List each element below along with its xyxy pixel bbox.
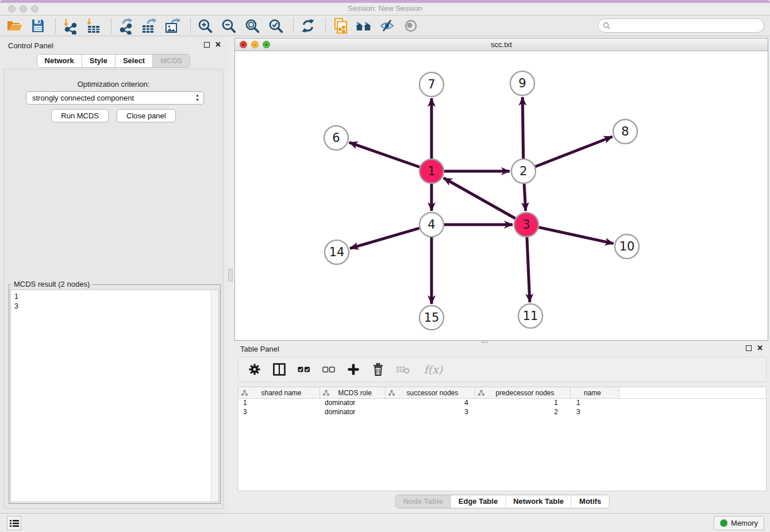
- mcds-result-title: MCDS result (2 nodes): [11, 280, 92, 288]
- graph-node-15[interactable]: 15: [419, 306, 444, 330]
- column-type-icon: [478, 390, 484, 396]
- table-panel: Table Panel ✕: [234, 343, 770, 513]
- cell-name[interactable]: 3: [571, 408, 619, 417]
- close-panel-button[interactable]: Close panel: [117, 109, 176, 122]
- network-graph[interactable]: 7968124314101511: [235, 51, 768, 340]
- cell-mcds-role[interactable]: dominator: [320, 408, 386, 417]
- select-all-columns-icon[interactable]: [297, 363, 311, 376]
- tab-edge-table[interactable]: Edge Table: [451, 495, 506, 508]
- tab-network[interactable]: Network: [37, 55, 82, 67]
- search-icon: [603, 22, 611, 30]
- mcds-panel-body: Optimization criterion: strongly connect…: [3, 69, 224, 509]
- column-header-name[interactable]: name: [571, 387, 619, 398]
- graph-node-7[interactable]: 7: [419, 72, 444, 97]
- network-window-titlebar[interactable]: ✕ − + scc.txt: [235, 38, 768, 51]
- tab-node-table[interactable]: Node Table: [396, 495, 451, 508]
- import-network-icon[interactable]: [61, 17, 79, 34]
- result-scrollbar[interactable]: [211, 290, 218, 502]
- table-panel-title: Table Panel: [240, 345, 279, 353]
- graph-node-14[interactable]: 14: [325, 240, 349, 264]
- zoom-in-icon[interactable]: [197, 17, 214, 34]
- zoom-out-icon[interactable]: [220, 17, 237, 34]
- table-panel-float-icon[interactable]: [746, 345, 752, 351]
- network-canvas[interactable]: 7968124314101511: [235, 51, 768, 340]
- column-header-mcds-role[interactable]: MCDS role: [320, 387, 386, 398]
- search-input[interactable]: [613, 20, 764, 32]
- refresh-network-icon[interactable]: [299, 17, 317, 34]
- function-builder-icon[interactable]: f(x): [421, 363, 446, 376]
- hide-panels-icon[interactable]: [379, 17, 396, 34]
- graph-node-4[interactable]: 4: [419, 213, 444, 237]
- cell-mcds-role[interactable]: dominator: [320, 399, 386, 408]
- svg-text:9: 9: [518, 76, 526, 90]
- graph-node-6[interactable]: 6: [324, 126, 348, 150]
- import-table-icon[interactable]: [85, 17, 102, 34]
- zoom-fit-icon[interactable]: [244, 17, 261, 34]
- save-session-icon[interactable]: [29, 17, 47, 34]
- run-mcds-button[interactable]: Run MCDS: [51, 109, 109, 122]
- graph-node-3[interactable]: 3: [514, 213, 538, 237]
- graph-edge-1-6[interactable]: [349, 142, 420, 167]
- cell-predecessor-nodes[interactable]: 2: [475, 408, 571, 417]
- tab-style[interactable]: Style: [82, 55, 116, 67]
- graph-edge-2-3[interactable]: [524, 184, 526, 211]
- export-image-icon[interactable]: [164, 17, 182, 34]
- graph-node-8[interactable]: 8: [613, 119, 637, 144]
- vertical-splitter-handle[interactable]: [228, 269, 233, 282]
- unselect-all-columns-icon[interactable]: [322, 363, 336, 376]
- control-panel-close-icon[interactable]: ✕: [215, 42, 221, 48]
- open-session-icon[interactable]: [6, 17, 23, 34]
- table-row[interactable]: 3 dominator 3 2 3: [238, 408, 766, 417]
- svg-text:8: 8: [621, 125, 629, 138]
- tab-motifs[interactable]: Motifs: [572, 495, 609, 508]
- delete-table-icon[interactable]: [396, 363, 410, 376]
- split-columns-icon[interactable]: [272, 363, 286, 376]
- column-header-predecessor-nodes[interactable]: predecessor nodes: [475, 387, 571, 398]
- criterion-dropdown[interactable]: strongly connected component ▲▼: [26, 91, 204, 105]
- column-header-shared-name[interactable]: shared name: [238, 387, 320, 398]
- add-column-icon[interactable]: [346, 363, 360, 376]
- tab-select[interactable]: Select: [116, 55, 153, 67]
- task-history-button[interactable]: [7, 516, 21, 530]
- memory-button[interactable]: Memory: [714, 516, 764, 530]
- svg-text:3: 3: [522, 218, 530, 232]
- graph-edge-4-14[interactable]: [350, 228, 419, 248]
- table-panel-close-icon[interactable]: ✕: [757, 345, 763, 351]
- tab-network-table[interactable]: Network Table: [506, 495, 572, 508]
- mcds-result-line: 1: [14, 292, 218, 302]
- graph-edge-2-8[interactable]: [535, 137, 612, 167]
- graph-node-10[interactable]: 10: [615, 234, 639, 259]
- new-network-from-file-icon[interactable]: [332, 17, 349, 34]
- graph-node-11[interactable]: 11: [518, 304, 542, 328]
- cell-shared-name[interactable]: 3: [238, 408, 320, 417]
- export-table-icon[interactable]: [141, 17, 158, 34]
- graph-node-9[interactable]: 9: [510, 71, 534, 95]
- graph-node-2[interactable]: 2: [511, 159, 536, 183]
- graph-edge-3-10[interactable]: [538, 228, 613, 244]
- search-field[interactable]: [598, 18, 764, 33]
- graph-edge-3-11[interactable]: [527, 237, 530, 302]
- home-icon[interactable]: [355, 17, 372, 34]
- graph-edge-2-9[interactable]: [522, 97, 523, 159]
- zoom-selected-icon[interactable]: [267, 17, 284, 34]
- cell-predecessor-nodes[interactable]: 1: [475, 399, 571, 408]
- window-title: Session: New Session: [0, 4, 770, 13]
- graph-edge-3-1[interactable]: [444, 178, 515, 218]
- column-header-successor-nodes[interactable]: successor nodes: [386, 387, 475, 398]
- tab-mcds[interactable]: MCDS: [153, 55, 190, 67]
- delete-column-icon[interactable]: [371, 363, 385, 376]
- export-network-icon[interactable]: [117, 17, 134, 34]
- cell-shared-name[interactable]: 1: [238, 399, 320, 408]
- control-panel-float-icon[interactable]: [204, 42, 210, 48]
- network-window-title: scc.txt: [235, 40, 768, 49]
- graph-node-1[interactable]: 1: [419, 159, 444, 183]
- toolbar-separator: [111, 18, 111, 33]
- cell-name[interactable]: 1: [571, 399, 619, 408]
- table-settings-icon[interactable]: [248, 363, 261, 376]
- cell-successor-nodes[interactable]: 3: [386, 408, 475, 417]
- show-panels-icon[interactable]: [402, 17, 419, 34]
- cell-successor-nodes[interactable]: 4: [386, 399, 475, 408]
- table-row[interactable]: 1 dominator 4 1 1: [238, 399, 766, 408]
- mcds-result-textarea[interactable]: 1 3: [10, 290, 219, 502]
- svg-text:2: 2: [519, 164, 527, 178]
